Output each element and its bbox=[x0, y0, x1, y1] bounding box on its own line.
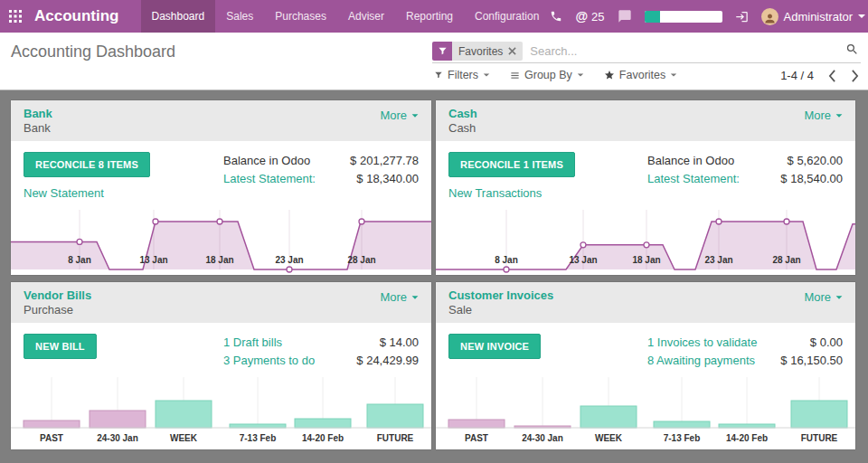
card-subtitle: Sale bbox=[448, 303, 553, 317]
chevron-down-icon bbox=[671, 73, 676, 76]
svg-text:14-20 Feb: 14-20 Feb bbox=[726, 433, 768, 443]
svg-text:PAST: PAST bbox=[465, 433, 488, 443]
search-icon[interactable] bbox=[845, 43, 859, 60]
stat-label[interactable]: 3 Payments to do bbox=[223, 352, 315, 370]
menu-item-purchases[interactable]: Purchases bbox=[264, 0, 337, 33]
apps-grid-icon bbox=[8, 9, 23, 24]
svg-text:18 Jan: 18 Jan bbox=[632, 255, 660, 265]
more-dropdown[interactable]: More bbox=[804, 109, 843, 122]
pager-previous-button[interactable] bbox=[828, 70, 836, 82]
control-panel: Accounting Dashboard Favorites Filters bbox=[0, 33, 868, 90]
stat-value: $ 0.00 bbox=[810, 334, 843, 352]
reconcile-items-button[interactable]: RECONCILE 8 ITEMS bbox=[24, 152, 150, 177]
stat-value: $ 24,429.99 bbox=[356, 352, 419, 370]
more-dropdown[interactable]: More bbox=[804, 290, 843, 304]
card-title[interactable]: Vendor Bills bbox=[24, 288, 91, 303]
search-input[interactable] bbox=[530, 44, 838, 58]
stat-label: Balance in Odoo bbox=[647, 152, 734, 170]
bank-balance-chart: 8 Jan13 Jan18 Jan23 Jan28 Jan bbox=[11, 201, 431, 275]
facet-label: Favorites bbox=[458, 45, 503, 58]
bar-chart-svg: PAST24-30 JanWEEK7-13 Feb14-20 FebFUTURE bbox=[11, 370, 431, 449]
svg-text:WEEK: WEEK bbox=[170, 433, 198, 443]
customer-invoices-chart: PAST24-30 JanWEEK7-13 Feb14-20 FebFUTURE bbox=[436, 370, 855, 449]
more-dropdown[interactable]: More bbox=[380, 109, 419, 122]
card-body: NEW BILL 1 Draft bills $ 14.00 3 Payment… bbox=[11, 323, 431, 370]
new-statement-link[interactable]: New Statement bbox=[24, 186, 104, 200]
card-title[interactable]: Bank bbox=[24, 107, 52, 121]
stat-label[interactable]: 8 Awaiting payments bbox=[647, 352, 755, 370]
stat-label[interactable]: Latest Statement: bbox=[647, 170, 740, 188]
stat-label[interactable]: Latest Statement: bbox=[223, 170, 316, 188]
menu-item-dashboard[interactable]: Dashboard bbox=[141, 0, 216, 33]
card-stats: Balance in Odoo $ 201,277.78 Latest Stat… bbox=[223, 152, 419, 201]
new-invoice-button[interactable]: NEW INVOICE bbox=[448, 334, 541, 359]
card-stats: 1 Invoices to validate $ 0.00 8 Awaiting… bbox=[647, 334, 843, 370]
svg-text:FUTURE: FUTURE bbox=[377, 433, 414, 443]
card-title[interactable]: Customer Invoices bbox=[448, 288, 553, 303]
svg-text:7-13 Feb: 7-13 Feb bbox=[240, 433, 277, 443]
card-body: NEW INVOICE 1 Invoices to validate $ 0.0… bbox=[436, 323, 855, 370]
stat-value: $ 201,277.78 bbox=[350, 152, 419, 170]
user-menu[interactable]: Administrator bbox=[761, 8, 866, 25]
card-header: Customer Invoices Sale More bbox=[436, 282, 855, 323]
filter-funnel-icon bbox=[432, 42, 452, 61]
stat-value: $ 14.00 bbox=[380, 334, 419, 352]
stat-row: Balance in Odoo $ 5,620.00 bbox=[647, 152, 843, 170]
card-header: Bank Bank More bbox=[11, 100, 431, 141]
activities-counter[interactable]: @ 25 bbox=[575, 9, 604, 24]
menu-item-adviser[interactable]: Adviser bbox=[337, 0, 395, 33]
menu-item-configuration[interactable]: Configuration bbox=[464, 0, 550, 33]
chat-bubble-icon[interactable] bbox=[618, 9, 632, 24]
chevron-down-icon bbox=[836, 114, 843, 117]
stat-label[interactable]: 1 Invoices to validate bbox=[647, 334, 757, 352]
favorites-button[interactable]: Favorites bbox=[604, 69, 677, 81]
menu-item-reporting[interactable]: Reporting bbox=[395, 0, 464, 33]
close-icon[interactable] bbox=[508, 47, 516, 55]
filters-button[interactable]: Filters bbox=[434, 69, 490, 81]
chevron-down-icon bbox=[412, 114, 419, 117]
chevron-down-icon bbox=[836, 296, 843, 298]
main-menu: Dashboard Sales Purchases Adviser Report… bbox=[141, 0, 551, 33]
pager-next-button[interactable] bbox=[851, 70, 859, 82]
search-options: Filters Group By Favorites bbox=[434, 69, 677, 81]
phone-icon[interactable] bbox=[550, 10, 562, 23]
sign-in-arrow-icon[interactable] bbox=[735, 10, 749, 24]
new-transactions-link[interactable]: New Transactions bbox=[448, 186, 542, 200]
new-bill-button[interactable]: NEW BILL bbox=[24, 334, 97, 359]
stat-row: Latest Statement: $ 18,340.00 bbox=[223, 170, 419, 188]
more-dropdown[interactable]: More bbox=[380, 290, 419, 304]
stat-row: 1 Draft bills $ 14.00 bbox=[223, 334, 419, 352]
group-by-button[interactable]: Group By bbox=[510, 69, 584, 81]
chevron-down-icon bbox=[858, 14, 865, 18]
reconcile-items-button[interactable]: RECONCILE 1 ITEMS bbox=[448, 152, 575, 177]
stat-value: $ 18,340.00 bbox=[356, 170, 419, 188]
card-title[interactable]: Cash bbox=[448, 107, 477, 121]
app-brand[interactable]: Accounting bbox=[31, 0, 141, 33]
group-by-icon bbox=[510, 71, 520, 80]
card-header: Cash Cash More bbox=[436, 100, 855, 141]
stat-label: Balance in Odoo bbox=[223, 152, 310, 170]
bar-chart-svg: PAST24-30 JanWEEK7-13 Feb14-20 FebFUTURE bbox=[436, 370, 855, 449]
svg-text:13 Jan: 13 Jan bbox=[569, 255, 597, 265]
svg-text:7-13 Feb: 7-13 Feb bbox=[664, 433, 701, 443]
stat-value: $ 5,620.00 bbox=[788, 152, 843, 170]
apps-grid-icon[interactable] bbox=[0, 0, 31, 33]
card-subtitle: Cash bbox=[448, 121, 477, 136]
card-cash: Cash Cash More RECONCILE 1 ITEMS New Tra… bbox=[436, 100, 855, 275]
page-title: Accounting Dashboard bbox=[11, 43, 175, 61]
svg-text:28 Jan: 28 Jan bbox=[772, 255, 800, 265]
stat-label[interactable]: 1 Draft bills bbox=[223, 334, 282, 352]
dashboard-content: Bank Bank More RECONCILE 8 ITEMS New Sta… bbox=[0, 90, 868, 463]
stat-row: 8 Awaiting payments $ 16,150.50 bbox=[647, 352, 843, 370]
card-subtitle: Purchase bbox=[24, 303, 91, 317]
chevron-down-icon bbox=[412, 296, 419, 298]
svg-text:24-30 Jan: 24-30 Jan bbox=[97, 433, 138, 443]
activity-count: 25 bbox=[591, 10, 604, 24]
svg-text:PAST: PAST bbox=[40, 433, 63, 443]
filter-funnel-icon bbox=[434, 71, 443, 80]
card-body: RECONCILE 8 ITEMS New Statement Balance … bbox=[11, 141, 431, 201]
menu-item-sales[interactable]: Sales bbox=[215, 0, 264, 33]
card-customer-invoices: Customer Invoices Sale More NEW INVOICE … bbox=[436, 282, 855, 449]
search-facet-favorites: Favorites bbox=[432, 42, 523, 61]
chevron-down-icon bbox=[578, 73, 583, 76]
